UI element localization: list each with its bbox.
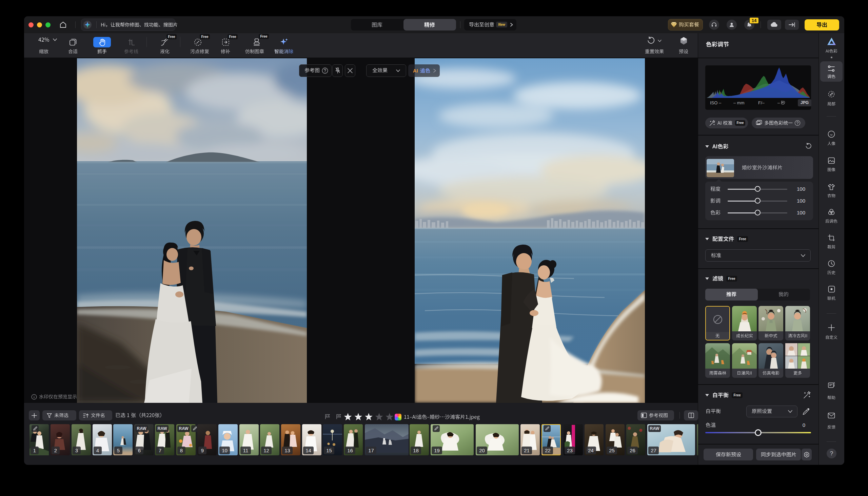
svg-text:AI: AI: [413, 68, 418, 74]
